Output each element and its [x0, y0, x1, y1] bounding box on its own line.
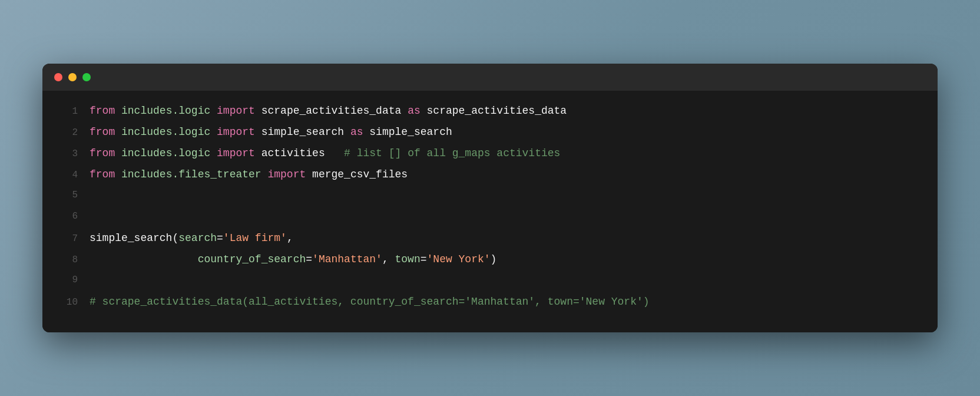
code-token: import [267, 169, 312, 180]
line-content: from includes.logic import scrape_activi… [90, 105, 567, 117]
code-line: 1from includes.logic import scrape_activ… [42, 103, 938, 124]
line-number: 2 [54, 127, 78, 138]
code-editor[interactable]: 1from includes.logic import scrape_activ… [42, 91, 938, 332]
code-token: simple_search [369, 126, 452, 138]
line-number: 10 [54, 297, 78, 308]
line-number: 6 [54, 211, 78, 222]
code-token: town [395, 253, 421, 265]
code-token: includes.logic [121, 126, 217, 138]
code-token: from [90, 105, 121, 117]
code-token: country_of_search [90, 253, 306, 265]
line-number: 8 [54, 255, 78, 265]
code-line: 2from includes.logic import simple_searc… [42, 124, 938, 145]
code-token: scrape_activities_data [261, 105, 408, 117]
code-window: 1from includes.logic import scrape_activ… [42, 64, 938, 332]
maximize-button[interactable] [82, 73, 91, 81]
line-content: from includes.logic import simple_search… [90, 126, 452, 138]
code-token: import [217, 126, 261, 138]
line-content: simple_search(search='Law firm', [90, 232, 293, 244]
code-token: search [178, 232, 217, 244]
code-token: import [217, 147, 261, 159]
code-token: = [421, 253, 427, 265]
code-token: as [408, 105, 426, 117]
code-line: 8 country_of_search='Manhattan', town='N… [42, 251, 938, 272]
line-number: 5 [54, 190, 78, 200]
code-token: simple_search( [90, 232, 178, 244]
code-token: includes.logic [121, 147, 217, 159]
code-line: 5 [42, 187, 938, 209]
title-bar [42, 64, 938, 91]
code-token: ) [491, 253, 497, 265]
code-token: from [90, 147, 121, 159]
line-number: 1 [54, 106, 78, 117]
code-token: includes.logic [121, 105, 217, 117]
line-number: 4 [54, 170, 78, 180]
code-token: from [90, 126, 121, 138]
code-line: 6 [42, 209, 938, 230]
code-line: 3from includes.logic import activities #… [42, 145, 938, 166]
code-token: # scrape_activities_data(all_activities,… [90, 296, 650, 308]
code-token: simple_search [261, 126, 350, 138]
close-button[interactable] [54, 73, 62, 81]
code-token: , [287, 232, 293, 244]
code-token: = [306, 253, 312, 265]
line-content: country_of_search='Manhattan', town='New… [90, 253, 496, 265]
code-token: 'Manhattan' [312, 253, 382, 265]
code-token: includes.files_treater [121, 169, 267, 180]
code-token: activities [261, 147, 344, 159]
code-token: 'Law firm' [223, 232, 287, 244]
line-number: 3 [54, 148, 78, 159]
code-token: import [217, 105, 261, 117]
line-content: from includes.logic import activities # … [90, 147, 560, 159]
code-line: 10# scrape_activities_data(all_activitie… [42, 293, 938, 315]
line-number: 7 [54, 233, 78, 244]
code-line: 4from includes.files_treater import merg… [42, 166, 938, 187]
code-line: 7simple_search(search='Law firm', [42, 230, 938, 251]
code-token: as [350, 126, 369, 138]
line-content: # scrape_activities_data(all_activities,… [90, 296, 650, 308]
code-token: scrape_activities_data [427, 105, 567, 117]
code-token: 'New York' [427, 253, 491, 265]
code-token: , [382, 253, 395, 265]
code-line: 9 [42, 272, 938, 293]
code-token: merge_csv_files [312, 169, 408, 180]
line-content: from includes.files_treater import merge… [90, 169, 408, 180]
minimize-button[interactable] [68, 73, 77, 81]
code-token: from [90, 169, 121, 180]
line-number: 9 [54, 275, 78, 285]
code-token: # list [] of all g_maps activities [344, 147, 560, 159]
code-token: = [217, 232, 223, 244]
